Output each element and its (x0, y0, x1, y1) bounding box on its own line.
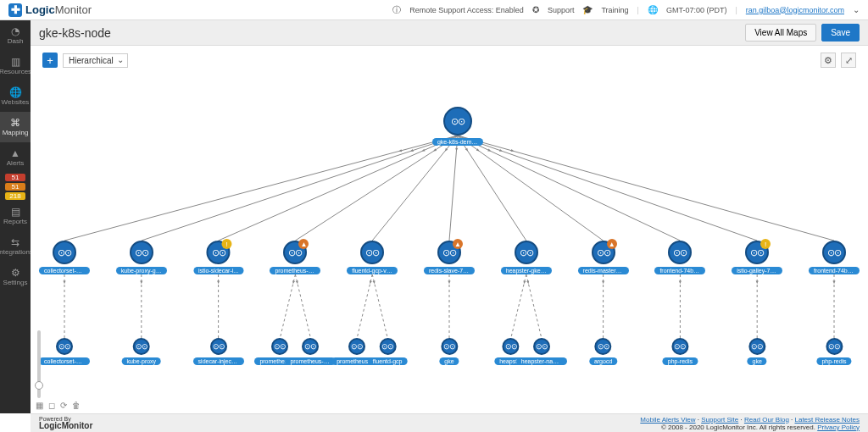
node-label: kube-proxy (121, 357, 161, 365)
graph-node[interactable]: ⊙⊙frontend-74b466... (654, 241, 705, 274)
graph-node[interactable]: ⊙⊙fluentd-gcp (368, 338, 408, 365)
sidebar-item-websites[interactable]: 🌐Websites (0, 81, 31, 112)
graph-node[interactable]: ⊙⊙!istio-galley-78... (732, 241, 782, 274)
footer-link[interactable]: Mobile Alerts View (640, 416, 695, 424)
svg-line-24 (449, 136, 458, 241)
node-bubble: ⊙⊙ (826, 338, 843, 355)
node-glyph-icon: ⊙⊙ (505, 342, 517, 351)
node-glyph-icon: ⊙⊙ (751, 342, 763, 351)
mini-rect-icon[interactable]: ◻ (48, 401, 55, 410)
sidebar-item-mapping[interactable]: ⌘Mapping (0, 112, 31, 142)
integrations-icon: ⇆ (11, 237, 19, 247)
sidebar-item-resources[interactable]: ▥Resources (0, 51, 31, 81)
graph-node[interactable]: ⊙⊙fluentd-gcp-v3.... (347, 241, 398, 274)
remote-access-icon: ⓘ (392, 4, 401, 16)
node-glyph-icon: ⊙⊙ (58, 247, 71, 258)
graph-node[interactable]: ⊙⊙▲redis-slave-7dc... (424, 241, 475, 274)
node-bubble: ⊙⊙ (671, 338, 688, 355)
support-link[interactable]: Support (548, 6, 575, 14)
graph-node[interactable]: ⊙⊙heapster-nanny (516, 338, 567, 365)
graph-node[interactable]: ⊙⊙prometheus-to-s... (285, 338, 336, 365)
sidebar-item-reports[interactable]: ▤Reports (0, 201, 31, 231)
brand-logo-icon: ✚ (8, 3, 22, 17)
save-button[interactable]: Save (821, 24, 860, 42)
svg-marker-23 (373, 280, 376, 284)
mini-grid-icon[interactable]: ▦ (36, 401, 43, 410)
graph-node[interactable]: ⊙⊙frontend-74b466... (809, 241, 860, 274)
node-bubble: ⊙⊙ (379, 338, 396, 355)
alert-badge[interactable]: 51 (5, 183, 25, 191)
svg-marker-25 (455, 148, 458, 152)
globe-icon: 🌐 (648, 5, 658, 14)
mapping-icon: ⌘ (10, 118, 20, 128)
svg-marker-21 (370, 280, 372, 284)
node-glyph-icon: ⊙⊙ (442, 247, 456, 258)
svg-marker-43 (499, 149, 503, 152)
graph-node[interactable]: ⊙⊙kube-proxy-gke-... (116, 241, 167, 274)
mini-delete-icon[interactable]: 🗑 (72, 401, 81, 410)
node-label: gke-k8s-demo-de... (432, 138, 483, 146)
top-bar: ✚ LogicMonitor ⓘ Remote Support Access: … (0, 0, 868, 20)
sidebar-item-dash[interactable]: ◔Dash (0, 20, 31, 51)
svg-marker-45 (756, 281, 759, 285)
svg-line-42 (458, 136, 757, 241)
node-label: collectorset-co... (39, 267, 90, 274)
user-menu-chevron-icon[interactable]: ⌄ (853, 5, 860, 14)
footer-right: Mobile Alerts View · Support Site · Read… (640, 416, 860, 431)
graph-node[interactable]: ⊙⊙argocd (589, 338, 617, 365)
node-glyph-icon: ⊙⊙ (288, 247, 302, 258)
footer-link[interactable]: Support Site (701, 416, 738, 424)
footer-powered: Powered By LogicMonitor (39, 416, 92, 430)
alert-badge[interactable]: 51 (5, 174, 25, 181)
sidebar-item-settings[interactable]: ⚙Settings (0, 262, 31, 292)
svg-marker-15 (292, 280, 295, 284)
graph-node[interactable]: ⊙⊙php-redis (663, 338, 698, 365)
graph-node[interactable]: ⊙⊙gke-k8s-demo-de... (432, 107, 483, 146)
support-icon: ✪ (532, 5, 539, 14)
svg-marker-41 (679, 281, 682, 285)
graph-node[interactable]: ⊙⊙gke (439, 338, 459, 365)
node-bubble: ⊙⊙ (348, 338, 365, 355)
node-label: gke (439, 357, 459, 365)
node-label: istio-sidecar-i... (193, 267, 243, 274)
node-label: collectorset-co... (39, 357, 90, 365)
footer: Powered By LogicMonitor Mobile Alerts Vi… (31, 413, 868, 432)
timezone-label[interactable]: GMT-07:00 (PDT) (666, 6, 727, 14)
graph-node[interactable]: ⊙⊙▲prometheus-to-s... (270, 241, 320, 274)
page-title: gke-k8s-node (39, 26, 111, 40)
graph-node[interactable]: ⊙⊙!istio-sidecar-i... (193, 241, 243, 274)
sidebar-item-label: Mapping (3, 129, 29, 136)
footer-privacy-link[interactable]: Privacy Policy (817, 424, 860, 431)
view-all-maps-button[interactable]: View All Maps (745, 24, 816, 42)
graph-node[interactable]: ⊙⊙▲redis-master-6f... (578, 241, 629, 274)
svg-line-22 (372, 274, 387, 338)
user-email-link[interactable]: ran.gilboa@logicmonitor.com (746, 6, 844, 14)
graph-node[interactable]: ⊙⊙gke (748, 338, 767, 365)
node-glyph-icon: ⊙⊙ (135, 247, 148, 258)
graph-node[interactable]: ⊙⊙collectorset-co... (39, 241, 90, 274)
training-link[interactable]: Training (601, 6, 628, 14)
footer-link[interactable]: Latest Release Notes (795, 416, 860, 424)
error-badge-icon: ▲ (453, 239, 463, 249)
svg-marker-11 (217, 281, 220, 285)
svg-line-0 (64, 136, 458, 241)
graph-node[interactable]: ⊙⊙sidecar-injecto... (193, 338, 244, 365)
sidebar-item-alerts[interactable]: ▲Alerts (0, 142, 31, 173)
zoom-slider-thumb[interactable] (35, 381, 43, 390)
node-bubble: ⊙⊙ (53, 241, 76, 264)
graph-node[interactable]: ⊙⊙collectorset-co... (39, 338, 90, 365)
graph-node[interactable]: ⊙⊙kube-proxy (121, 338, 161, 365)
svg-marker-37 (602, 281, 604, 285)
sidebar-item-label: Websites (2, 98, 30, 106)
graph-node[interactable]: ⊙⊙php-redis (816, 338, 851, 365)
zoom-slider[interactable] (37, 330, 41, 398)
svg-line-34 (458, 136, 604, 241)
node-label: php-redis (816, 357, 851, 365)
mini-refresh-icon[interactable]: ⟳ (60, 401, 67, 410)
map-canvas[interactable]: + Hierarchical ⚙ ⤢ ⊙⊙gke-k8s-demo-de...⊙… (31, 46, 868, 413)
sidebar-item-integrations[interactable]: ⇆Integrations (0, 231, 31, 262)
graph-node[interactable]: ⊙⊙heapster-gke-78... (501, 241, 552, 274)
footer-link[interactable]: Read Our Blog (744, 416, 789, 424)
alert-badge[interactable]: 218 (5, 192, 25, 200)
svg-marker-7 (140, 281, 142, 285)
